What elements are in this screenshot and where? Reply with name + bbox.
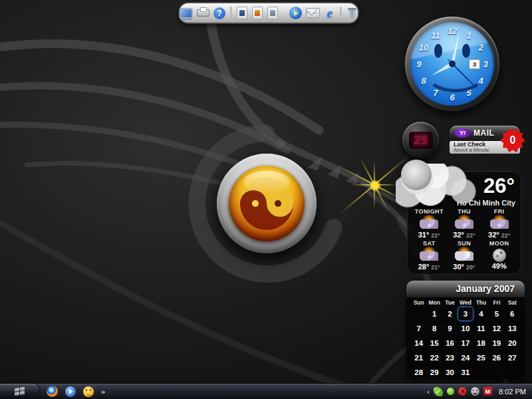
forecast-high: 30°: [453, 263, 464, 271]
current-temperature: 26°: [483, 174, 515, 198]
calendar-date[interactable]: 28: [411, 365, 426, 380]
mail-icon[interactable]: [306, 5, 320, 21]
green-status-icon[interactable]: [447, 388, 454, 395]
calendar-date[interactable]: 8: [426, 321, 442, 336]
calendar-date[interactable]: 1: [426, 307, 442, 321]
weather-widget[interactable]: 26° Ho Chi Minh City TONIGHT 31°22° THU …: [407, 171, 521, 275]
calendar-date[interactable]: 30: [442, 365, 458, 380]
calendar-date[interactable]: [473, 365, 489, 380]
yahoo-messenger-icon[interactable]: [83, 386, 94, 397]
calendar-date[interactable]: 26: [489, 350, 504, 365]
day-header: Mon: [426, 299, 442, 306]
calendar-date[interactable]: 18: [473, 336, 489, 350]
recycle-bin-icon[interactable]: [346, 5, 358, 21]
clock-eye-left: [434, 44, 442, 58]
calendar-date[interactable]: 11: [473, 321, 489, 336]
dock-separator: [340, 7, 341, 20]
calendar-date[interactable]: 13: [505, 321, 520, 336]
calendar-date[interactable]: 31: [458, 365, 473, 380]
day-header: Sun: [411, 299, 426, 306]
printer-icon[interactable]: [197, 5, 209, 21]
calendar-date[interactable]: 7: [411, 321, 426, 336]
taskbar: » ‹ ✓ ✕ M 8:02 PM: [0, 383, 532, 399]
document-orange-icon[interactable]: [252, 5, 263, 21]
clock-number: 11: [431, 31, 440, 41]
digital-counter-widget[interactable]: 25: [402, 122, 439, 158]
sun-shower-icon: [454, 247, 475, 263]
calendar-date[interactable]: 9: [442, 321, 458, 336]
calendar-date[interactable]: 10: [458, 321, 473, 336]
messenger-status-icon[interactable]: [471, 387, 479, 396]
calendar-date[interactable]: 12: [489, 321, 504, 336]
forecast-high: 32°: [453, 231, 464, 239]
forecast-low: 22°: [466, 232, 475, 239]
calendar-date[interactable]: [505, 365, 520, 380]
calendar-title: January 2007: [406, 281, 525, 297]
document-gray-icon[interactable]: [267, 5, 279, 21]
internet-explorer-icon[interactable]: e: [324, 5, 335, 21]
calendar-date[interactable]: 15: [426, 336, 442, 350]
calendar-date[interactable]: 29: [426, 365, 442, 380]
smiley-clock-widget[interactable]: 12 1 2 3 4 5 6 7 8 9 10 11 3: [405, 17, 499, 111]
help-icon[interactable]: ?: [213, 5, 225, 21]
moon-icon: [493, 249, 506, 262]
thunderstorm-icon: [418, 247, 440, 263]
firefox-icon[interactable]: [47, 386, 58, 397]
launcher-dock[interactable]: ? e: [178, 2, 359, 24]
calendar-date[interactable]: 23: [442, 350, 458, 365]
dock-separator: [284, 7, 285, 20]
security-alert-icon[interactable]: ✕: [458, 387, 467, 396]
start-button[interactable]: [0, 384, 39, 399]
forecast-high: 32°: [488, 231, 499, 239]
thunderstorm-icon: [418, 215, 440, 231]
calendar-date[interactable]: 6: [505, 307, 520, 321]
windows-flag-icon: [15, 387, 25, 396]
calendar-date[interactable]: 16: [442, 336, 458, 350]
calendar-date[interactable]: [411, 307, 426, 321]
calendar-date[interactable]: 25: [473, 350, 489, 365]
forecast-high: 28°: [418, 263, 430, 271]
calendar-date[interactable]: 21: [411, 350, 426, 365]
calendar-date[interactable]: 24: [458, 350, 473, 365]
clock-center-cap: [449, 61, 456, 67]
quick-launch-overflow-chevron[interactable]: »: [101, 388, 105, 396]
clock-number: 7: [433, 88, 438, 98]
forecast-day-label: SUN: [447, 240, 482, 247]
forecast-grid: TONIGHT 31°22° THU 32°22° FRI 32°22° SAT…: [412, 208, 517, 271]
day-header: Thu: [473, 299, 489, 306]
calendar-date[interactable]: 5: [489, 307, 504, 321]
forecast-low: 20°: [466, 264, 475, 271]
tray-collapse-chevron[interactable]: ‹: [427, 388, 430, 396]
calendar-date[interactable]: 19: [489, 336, 504, 350]
calendar-date[interactable]: 2: [442, 307, 458, 321]
media-player-icon[interactable]: [65, 386, 76, 397]
day-header: Fri: [489, 299, 504, 306]
calendar-date[interactable]: 20: [505, 336, 520, 350]
antivirus-check-icon[interactable]: ✓: [434, 387, 443, 396]
forecast-day-label: FRI: [481, 208, 517, 215]
day-header: Sat: [505, 299, 520, 306]
calendar-date[interactable]: 22: [426, 350, 442, 365]
calendar-date[interactable]: [489, 365, 504, 380]
forecast-cell: FRI 32°22°: [481, 208, 517, 240]
mcafee-icon[interactable]: M: [483, 387, 492, 396]
my-computer-icon[interactable]: [180, 5, 193, 21]
taskbar-clock[interactable]: 8:02 PM: [499, 388, 526, 396]
clock-number: 9: [416, 59, 421, 69]
forecast-day-label: SAT: [412, 240, 447, 247]
calendar-date-selected[interactable]: 3: [458, 307, 473, 321]
document-blue-icon[interactable]: [237, 5, 248, 21]
calendar-date[interactable]: 14: [411, 336, 426, 350]
calendar-date[interactable]: 4: [473, 307, 489, 321]
mail-widget-title: MAIL: [473, 128, 494, 138]
calendar-date[interactable]: 27: [505, 350, 520, 365]
forecast-day-label: MOON: [481, 240, 517, 247]
system-tray: ‹ ✓ ✕ M 8:02 PM: [427, 387, 532, 396]
yahoo-mail-widget[interactable]: Y! MAIL Last Check About a Minute 0: [450, 126, 520, 155]
calendar-widget[interactable]: January 2007 Sun Mon Tue Wed Thu Fri Sat…: [406, 281, 525, 378]
yahoo-logo-icon: Y!: [454, 128, 471, 138]
thunderstorm-icon: [489, 215, 510, 231]
forecast-cell-moon: MOON 49%: [481, 240, 517, 272]
calendar-date[interactable]: 17: [458, 336, 473, 350]
media-player-icon[interactable]: [289, 5, 302, 21]
